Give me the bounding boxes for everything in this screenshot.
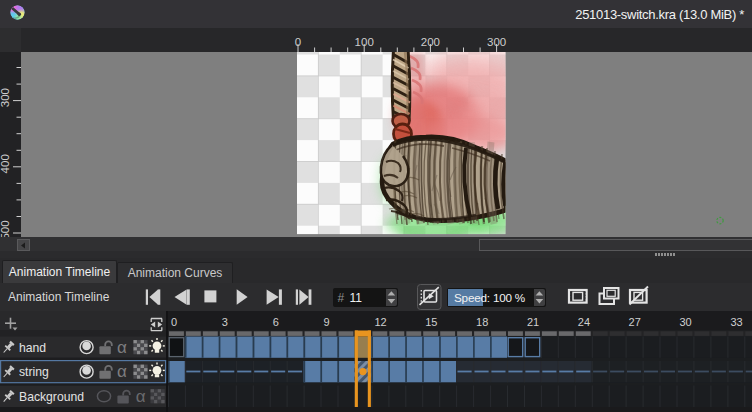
svg-text:100: 100 xyxy=(355,36,374,48)
svg-text:α: α xyxy=(136,387,146,406)
svg-text:300: 300 xyxy=(487,36,506,48)
svg-text:21: 21 xyxy=(527,316,539,328)
svg-text:α: α xyxy=(117,362,127,381)
svg-text:6: 6 xyxy=(273,316,279,328)
svg-text:200: 200 xyxy=(421,36,440,48)
svg-text:24: 24 xyxy=(578,316,590,328)
svg-text:300: 300 xyxy=(0,88,11,107)
svg-text:string: string xyxy=(19,365,49,379)
svg-text:3: 3 xyxy=(222,316,228,328)
svg-text:0: 0 xyxy=(295,36,301,48)
svg-text:α: α xyxy=(117,338,127,357)
svg-text:hand: hand xyxy=(19,341,46,355)
svg-text:27: 27 xyxy=(629,316,641,328)
svg-text:15: 15 xyxy=(425,316,437,328)
svg-text:Background: Background xyxy=(19,390,84,404)
svg-text:18: 18 xyxy=(476,316,488,328)
svg-text:33: 33 xyxy=(730,316,742,328)
svg-text:30: 30 xyxy=(680,316,692,328)
svg-text:9: 9 xyxy=(324,316,330,328)
svg-text:0: 0 xyxy=(171,316,177,328)
svg-text:400: 400 xyxy=(0,154,11,173)
svg-text:12: 12 xyxy=(374,316,386,328)
